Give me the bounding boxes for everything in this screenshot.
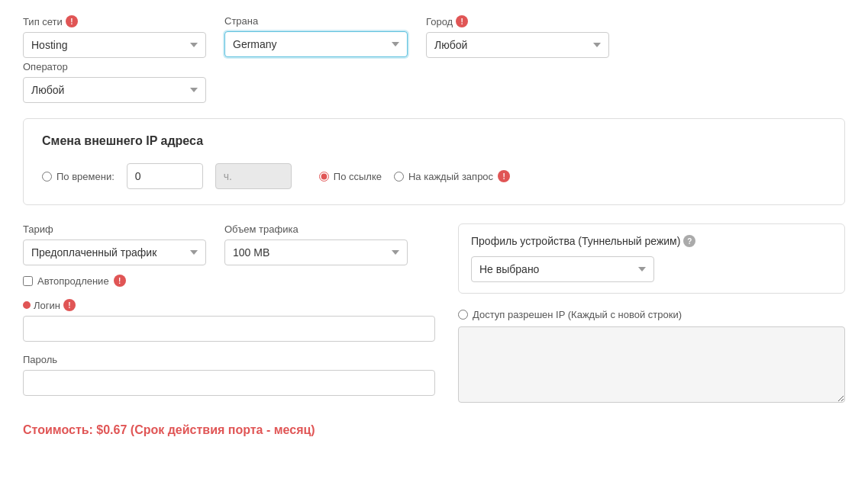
right-column: Профиль устройства (Туннельный режим) ? … bbox=[458, 223, 845, 405]
password-label: Пароль bbox=[23, 354, 435, 365]
tarif-label-row: Тариф bbox=[23, 223, 206, 235]
profil-help-icon[interactable]: ? bbox=[683, 235, 695, 247]
ip-change-title: Смена внешнего IP адреса bbox=[42, 134, 826, 148]
obem-select[interactable]: 100 MB bbox=[224, 239, 408, 265]
login-dot-icon bbox=[23, 301, 31, 309]
avtoprodlenie-label[interactable]: Автопродление ! bbox=[23, 275, 435, 287]
tip-seti-info-icon[interactable]: ! bbox=[66, 15, 78, 27]
po-vremeni-radio-label[interactable]: По времени: bbox=[42, 171, 115, 182]
chas-select[interactable]: ч. bbox=[215, 163, 292, 189]
profil-select[interactable]: Не выбрано bbox=[471, 256, 654, 282]
po-ssylke-radio[interactable] bbox=[319, 172, 329, 182]
tarif-label: Тариф bbox=[23, 223, 53, 235]
login-label: Логин bbox=[34, 300, 60, 311]
operator-label-row: Оператор bbox=[23, 61, 845, 72]
bottom-section: Тариф Предоплаченный трафик Объем трафик… bbox=[23, 223, 845, 408]
tarif-group: Тариф Предоплаченный трафик bbox=[23, 223, 206, 265]
tarif-select[interactable]: Предоплаченный трафик bbox=[23, 239, 206, 265]
operator-select[interactable]: Любой bbox=[23, 77, 206, 103]
strana-select[interactable]: Germany bbox=[224, 31, 408, 57]
access-ip-row: Доступ разрешен IP (Каждый с новой строк… bbox=[458, 309, 845, 320]
po-ssylke-label: По ссылке bbox=[334, 171, 382, 182]
profil-box: Профиль устройства (Туннельный режим) ? … bbox=[458, 223, 845, 294]
profil-title-row: Профиль устройства (Туннельный режим) ? bbox=[471, 235, 832, 247]
access-ip-textarea[interactable] bbox=[458, 326, 845, 403]
login-info-icon[interactable]: ! bbox=[63, 299, 76, 311]
gorod-label: Город bbox=[426, 16, 453, 27]
time-input[interactable] bbox=[127, 163, 203, 189]
strana-group: Страна Germany bbox=[224, 15, 408, 57]
po-ssylke-radio-label[interactable]: По ссылке bbox=[319, 171, 382, 182]
na-kazhdyi-radio[interactable] bbox=[394, 172, 404, 182]
login-input[interactable] bbox=[23, 316, 435, 342]
ip-change-row: По времени: ч. По ссылке На каждый запро… bbox=[42, 163, 826, 189]
login-label-row: Логин ! bbox=[23, 299, 435, 311]
left-column: Тариф Предоплаченный трафик Объем трафик… bbox=[23, 223, 435, 408]
password-input[interactable] bbox=[23, 370, 435, 396]
obem-label-row: Объем трафика bbox=[224, 223, 408, 235]
gorod-info-icon[interactable]: ! bbox=[456, 15, 468, 27]
na-kazhdyi-radio-label[interactable]: На каждый запрос ! bbox=[394, 170, 510, 182]
po-vremeni-label: По времени: bbox=[56, 171, 115, 182]
gorod-label-row: Город ! bbox=[426, 15, 609, 27]
strana-label: Страна bbox=[224, 15, 258, 27]
profil-title: Профиль устройства (Туннельный режим) bbox=[471, 235, 680, 247]
password-group: Пароль bbox=[23, 354, 435, 396]
ip-change-section: Смена внешнего IP адреса По времени: ч. … bbox=[23, 118, 845, 205]
access-ip-text: Доступ разрешен IP (Каждый с новой строк… bbox=[473, 309, 682, 320]
po-vremeni-radio[interactable] bbox=[42, 172, 52, 182]
gorod-group: Город ! Любой bbox=[426, 15, 609, 58]
avtoprodlenie-text: Автопродление bbox=[37, 275, 109, 287]
na-kazhdyi-info-icon[interactable]: ! bbox=[498, 170, 510, 182]
access-ip-label[interactable]: Доступ разрешен IP (Каждый с новой строк… bbox=[458, 309, 682, 320]
tip-seti-label: Тип сети bbox=[23, 16, 63, 27]
cost-text: Стоимость: $0.67 (Срок действия порта - … bbox=[23, 423, 845, 437]
operator-group: Оператор Любой bbox=[23, 61, 845, 103]
na-kazhdyi-label: На каждый запрос bbox=[408, 171, 493, 182]
obem-label: Объем трафика bbox=[224, 223, 298, 235]
avtoprodlenie-checkbox[interactable] bbox=[23, 276, 33, 286]
strana-label-row: Страна bbox=[224, 15, 408, 27]
tarif-obem-row: Тариф Предоплаченный трафик Объем трафик… bbox=[23, 223, 435, 265]
gorod-select[interactable]: Любой bbox=[426, 32, 609, 58]
access-ip-radio[interactable] bbox=[458, 310, 468, 320]
avtoprodlenie-info-icon[interactable]: ! bbox=[114, 275, 126, 287]
operator-label: Оператор bbox=[23, 61, 68, 72]
tip-seti-group: Тип сети ! Hosting bbox=[23, 15, 206, 58]
obem-group: Объем трафика 100 MB bbox=[224, 223, 408, 265]
login-group: Логин ! bbox=[23, 299, 435, 342]
tip-seti-select[interactable]: Hosting bbox=[23, 32, 206, 58]
tip-seti-label-row: Тип сети ! bbox=[23, 15, 206, 27]
